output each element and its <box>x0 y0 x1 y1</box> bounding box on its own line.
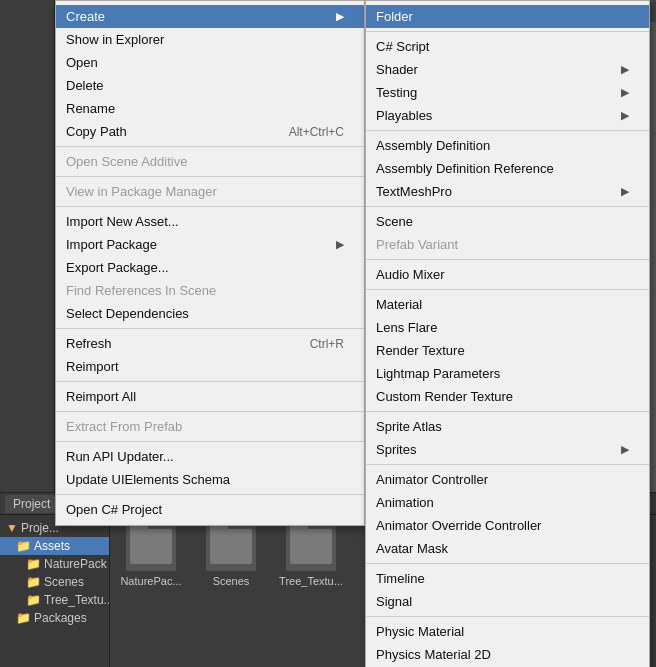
menu-item-sprite-atlas[interactable]: Sprite Atlas <box>366 415 649 438</box>
menu-separator <box>56 411 364 412</box>
menu-item-label: Sprites <box>376 442 416 457</box>
folder-shape-icon <box>130 529 172 564</box>
sidebar-item-label: Assets <box>34 539 70 553</box>
menu-item-shader[interactable]: Shader▶ <box>366 58 649 81</box>
menu-item-animation[interactable]: Animation <box>366 491 649 514</box>
menu-item-label: Show in Explorer <box>66 32 164 47</box>
menu-item-rename[interactable]: Rename <box>56 97 364 120</box>
menu-item-delete[interactable]: Delete <box>56 74 364 97</box>
menu-item-label: Create <box>66 9 105 24</box>
menu-item-label: Import Package <box>66 237 157 252</box>
menu-item-label: Select Dependencies <box>66 306 189 321</box>
menu-item-label: View in Package Manager <box>66 184 217 199</box>
menu-item-label: Import New Asset... <box>66 214 179 229</box>
sidebar-item-label: Packages <box>34 611 87 625</box>
menu-item-label: Reimport <box>66 359 119 374</box>
menu-separator <box>366 563 649 564</box>
menu-separator <box>366 259 649 260</box>
menu-item-open[interactable]: Open <box>56 51 364 74</box>
menu-item-animator-controller[interactable]: Animator Controller <box>366 468 649 491</box>
menu-separator <box>56 381 364 382</box>
sidebar-item-nature-pack[interactable]: 📁NaturePack <box>0 555 109 573</box>
menu-item-avatar-mask[interactable]: Avatar Mask <box>366 537 649 560</box>
submenu-arrow-icon: ▶ <box>621 185 629 198</box>
menu-item-assembly-definition-reference[interactable]: Assembly Definition Reference <box>366 157 649 180</box>
menu-item-animator-override-controller[interactable]: Animator Override Controller <box>366 514 649 537</box>
menu-item-find-references: Find References In Scene <box>56 279 364 302</box>
menu-item-physic-material[interactable]: Physic Material <box>366 620 649 643</box>
menu-item-import-package[interactable]: Import Package▶ <box>56 233 364 256</box>
sidebar-item-label: Tree_Textu... <box>44 593 110 607</box>
folder-icon: 📁 <box>26 575 41 589</box>
menu-item-label: Delete <box>66 78 104 93</box>
menu-item-text-mesh-pro[interactable]: TextMeshPro▶ <box>366 180 649 203</box>
menu-item-export-package[interactable]: Export Package... <box>56 256 364 279</box>
menu-item-label: Open C# Project <box>66 502 162 517</box>
menu-item-testing[interactable]: Testing▶ <box>366 81 649 104</box>
menu-item-custom-render-texture[interactable]: Custom Render Texture <box>366 385 649 408</box>
menu-item-run-api-updater[interactable]: Run API Updater... <box>56 445 364 468</box>
menu-item-material[interactable]: Material <box>366 293 649 316</box>
menu-separator <box>56 441 364 442</box>
folder-icon: 📁 <box>26 557 41 571</box>
menu-item-view-in-package-manager: View in Package Manager <box>56 180 364 203</box>
menu-item-copy-path[interactable]: Copy PathAlt+Ctrl+C <box>56 120 364 143</box>
menu-item-label: Physics Material 2D <box>376 647 491 662</box>
menu-item-signal[interactable]: Signal <box>366 590 649 613</box>
menu-item-open-cs-project[interactable]: Open C# Project <box>56 498 364 521</box>
asset-nature-pack[interactable]: NaturePac... <box>116 521 186 587</box>
menu-item-label: Signal <box>376 594 412 609</box>
menu-item-create[interactable]: Create▶ <box>56 5 364 28</box>
menu-item-show-in-explorer[interactable]: Show in Explorer <box>56 28 364 51</box>
menu-item-label: Testing <box>376 85 417 100</box>
menu-item-label: Lightmap Parameters <box>376 366 500 381</box>
menu-separator <box>366 464 649 465</box>
menu-item-audio-mixer[interactable]: Audio Mixer <box>366 263 649 286</box>
menu-item-cs-script[interactable]: C# Script <box>366 35 649 58</box>
menu-item-label: Rename <box>66 101 115 116</box>
menu-item-label: Timeline <box>376 571 425 586</box>
menu-item-label: Scene <box>376 214 413 229</box>
asset-scenes[interactable]: Scenes <box>196 521 266 587</box>
sidebar-item-packages[interactable]: 📁Packages <box>0 609 109 627</box>
menu-item-reimport[interactable]: Reimport <box>56 355 364 378</box>
menu-item-assembly-definition[interactable]: Assembly Definition <box>366 134 649 157</box>
menu-item-folder[interactable]: Folder <box>366 5 649 28</box>
menu-item-import-new-asset[interactable]: Import New Asset... <box>56 210 364 233</box>
asset-icon <box>286 521 336 571</box>
sidebar-item-scenes[interactable]: 📁Scenes <box>0 573 109 591</box>
folder-icon: 📁 <box>16 539 31 553</box>
menu-item-label: Animation <box>376 495 434 510</box>
project-tab[interactable]: Project <box>5 495 58 513</box>
left-panel <box>0 0 55 492</box>
menu-separator <box>56 176 364 177</box>
menu-item-playables[interactable]: Playables▶ <box>366 104 649 127</box>
menu-item-prefab-variant: Prefab Variant <box>366 233 649 256</box>
sidebar-item-label: Scenes <box>44 575 84 589</box>
menu-item-sprites[interactable]: Sprites▶ <box>366 438 649 461</box>
asset-label: Tree_Textu... <box>279 575 343 587</box>
sidebar-item-tree-texture[interactable]: 📁Tree_Textu... <box>0 591 109 609</box>
sidebar-item-assets[interactable]: 📁Assets <box>0 537 109 555</box>
menu-item-label: Prefab Variant <box>376 237 458 252</box>
menu-item-label: Open <box>66 55 98 70</box>
menu-item-label: Extract From Prefab <box>66 419 182 434</box>
menu-item-reimport-all[interactable]: Reimport All <box>56 385 364 408</box>
menu-item-label: Export Package... <box>66 260 169 275</box>
menu-item-timeline[interactable]: Timeline <box>366 567 649 590</box>
menu-separator <box>56 146 364 147</box>
submenu-arrow-icon: ▶ <box>621 86 629 99</box>
menu-item-update-ui-elements[interactable]: Update UIElements Schema <box>56 468 364 491</box>
menu-item-lightmap-parameters[interactable]: Lightmap Parameters <box>366 362 649 385</box>
menu-item-select-dependencies[interactable]: Select Dependencies <box>56 302 364 325</box>
context-menu-left: Create▶Show in ExplorerOpenDeleteRenameC… <box>55 0 365 526</box>
menu-shortcut: Alt+Ctrl+C <box>289 125 344 139</box>
menu-separator <box>366 289 649 290</box>
menu-item-lens-flare[interactable]: Lens Flare <box>366 316 649 339</box>
menu-item-scene[interactable]: Scene <box>366 210 649 233</box>
context-menu-right: FolderC# ScriptShader▶Testing▶Playables▶… <box>365 0 650 667</box>
asset-tree-texture[interactable]: Tree_Textu... <box>276 521 346 587</box>
menu-item-render-texture[interactable]: Render Texture <box>366 339 649 362</box>
menu-item-physics-material-2d[interactable]: Physics Material 2D <box>366 643 649 666</box>
menu-item-refresh[interactable]: RefreshCtrl+R <box>56 332 364 355</box>
